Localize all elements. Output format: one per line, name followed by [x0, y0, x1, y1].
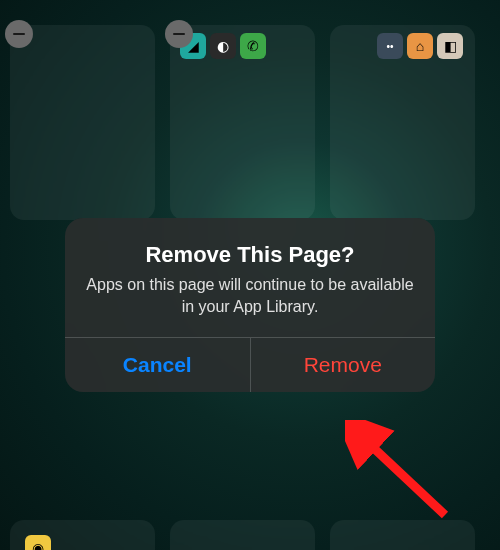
dialog-title: Remove This Page?: [85, 242, 415, 268]
cancel-button[interactable]: Cancel: [65, 338, 251, 392]
remove-button[interactable]: Remove: [251, 338, 436, 392]
dialog-message: Apps on this page will continue to be av…: [85, 274, 415, 317]
dialog-content: Remove This Page? Apps on this page will…: [65, 218, 435, 337]
modal-overlay: Remove This Page? Apps on this page will…: [0, 0, 500, 550]
confirmation-dialog: Remove This Page? Apps on this page will…: [65, 218, 435, 392]
dialog-button-row: Cancel Remove: [65, 337, 435, 392]
